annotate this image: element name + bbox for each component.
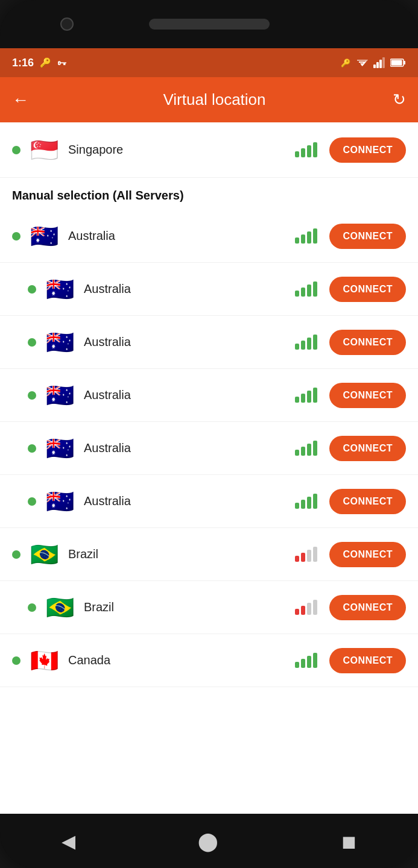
signal-icon <box>373 57 385 68</box>
server-7-country: Brazil <box>84 600 288 614</box>
server-row-8: 🇨🇦 Canada CONNECT <box>0 634 418 687</box>
server-3-flag: 🇦🇺 <box>43 379 77 412</box>
nav-recents-button[interactable]: ◼ <box>341 831 356 852</box>
status-key-icon: 🗝 <box>57 58 66 68</box>
refresh-button[interactable]: ↻ <box>393 90 406 109</box>
server-1-country: Australia <box>84 282 288 296</box>
server-3-country: Australia <box>84 388 288 402</box>
server-6-connect-button[interactable]: CONNECT <box>329 542 406 567</box>
server-6-country: Brazil <box>68 547 288 561</box>
server-list: 🇸🇬 Singapore CONNECT Manual selection (A… <box>0 122 418 814</box>
server-7-signal <box>295 600 317 615</box>
server-row-1: 🇦🇺 Australia CONNECT <box>0 263 418 316</box>
server-3-status-dot <box>28 391 36 400</box>
svg-rect-3 <box>382 57 385 68</box>
singapore-country-name: Singapore <box>68 143 288 157</box>
server-row-7: 🇧🇷 Brazil CONNECT <box>0 581 418 634</box>
manual-selection-header: Manual selection (All Servers) <box>0 178 418 210</box>
speaker <box>149 19 270 30</box>
singapore-connect-button[interactable]: CONNECT <box>329 137 406 163</box>
server-3-connect-button[interactable]: CONNECT <box>329 383 406 408</box>
status-bar: 1:16 🔑 🗝 🔑 <box>0 48 418 77</box>
phone-device: 1:16 🔑 🗝 🔑 <box>0 0 418 868</box>
server-row-5: 🇦🇺 Australia CONNECT <box>0 475 418 528</box>
server-0-connect-button[interactable]: CONNECT <box>329 224 406 249</box>
server-5-status-dot <box>28 497 36 506</box>
camera <box>60 17 74 31</box>
phone-screen: 1:16 🔑 🗝 🔑 <box>0 48 418 814</box>
server-8-status-dot <box>12 656 21 665</box>
server-4-country: Australia <box>84 441 288 455</box>
server-7-connect-button[interactable]: CONNECT <box>329 595 406 620</box>
server-0-signal <box>295 228 317 244</box>
svg-rect-1 <box>376 62 379 68</box>
singapore-row: 🇸🇬 Singapore CONNECT <box>0 122 418 178</box>
status-time: 1:16 <box>12 57 34 69</box>
server-8-flag: 🇨🇦 <box>28 644 61 677</box>
server-8-connect-button[interactable]: CONNECT <box>329 648 406 673</box>
nav-home-button[interactable]: ⬤ <box>198 831 218 852</box>
phone-top-bezel <box>0 0 418 48</box>
server-0-country: Australia <box>68 229 288 243</box>
server-row-4: 🇦🇺 Australia CONNECT <box>0 422 418 475</box>
server-0-flag: 🇦🇺 <box>28 219 61 253</box>
wifi-icon <box>355 57 369 68</box>
svg-rect-2 <box>379 60 382 68</box>
server-2-country: Australia <box>84 335 288 349</box>
svg-rect-6 <box>391 60 402 66</box>
back-button[interactable]: ← <box>12 90 36 110</box>
server-1-status-dot <box>28 285 36 294</box>
server-5-flag: 🇦🇺 <box>43 485 77 518</box>
status-vpn-icon: 🔑 <box>40 57 51 68</box>
server-5-country: Australia <box>84 494 288 508</box>
server-7-status-dot <box>28 603 36 612</box>
status-vpn-small-icon: 🔑 <box>341 58 350 68</box>
status-time-area: 1:16 🔑 🗝 <box>12 57 66 69</box>
svg-rect-0 <box>373 64 376 68</box>
page-title: Virtual location <box>163 90 265 109</box>
server-7-flag: 🇧🇷 <box>43 591 77 624</box>
server-2-signal <box>295 335 317 350</box>
server-5-signal <box>295 494 317 509</box>
singapore-status-dot <box>12 146 21 154</box>
server-2-status-dot <box>28 338 36 347</box>
app-header: ← Virtual location ↻ <box>0 77 418 122</box>
server-2-flag: 🇦🇺 <box>43 326 77 359</box>
nav-back-button[interactable]: ◀ <box>62 831 75 852</box>
server-1-connect-button[interactable]: CONNECT <box>329 277 406 302</box>
server-row-6: 🇧🇷 Brazil CONNECT <box>0 528 418 581</box>
server-8-country: Canada <box>68 653 288 667</box>
server-3-signal <box>295 388 317 403</box>
singapore-signal <box>295 142 317 157</box>
server-1-signal <box>295 281 317 297</box>
server-row-0: 🇦🇺 Australia CONNECT <box>0 210 418 263</box>
server-0-status-dot <box>12 232 21 241</box>
server-1-flag: 🇦🇺 <box>43 272 77 306</box>
server-4-connect-button[interactable]: CONNECT <box>329 436 406 461</box>
nav-bar: ◀ ⬤ ◼ <box>0 814 418 868</box>
singapore-flag: 🇸🇬 <box>28 133 61 166</box>
server-6-flag: 🇧🇷 <box>28 538 61 571</box>
server-row-2: 🇦🇺 Australia CONNECT <box>0 316 418 369</box>
server-6-signal <box>295 547 317 562</box>
server-8-signal <box>295 653 317 668</box>
server-5-connect-button[interactable]: CONNECT <box>329 489 406 514</box>
battery-icon <box>390 58 406 68</box>
svg-rect-5 <box>404 61 405 64</box>
server-row-3: 🇦🇺 Australia CONNECT <box>0 369 418 422</box>
server-4-signal <box>295 441 317 456</box>
status-icons-right: 🔑 <box>341 57 406 68</box>
server-6-status-dot <box>12 550 21 559</box>
server-4-flag: 🇦🇺 <box>43 432 77 465</box>
server-2-connect-button[interactable]: CONNECT <box>329 330 406 355</box>
server-4-status-dot <box>28 444 36 453</box>
